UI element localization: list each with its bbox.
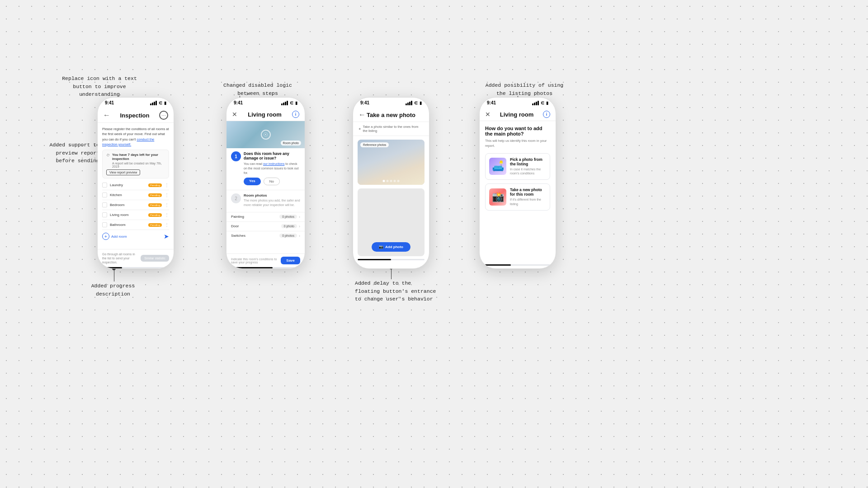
top-bar-2: ✕ Living room i [226,107,305,121]
room-menu-livingroom[interactable]: ⋮ [165,212,169,217]
status-icons-4: ∈ ▮ [532,101,548,105]
room-item-laundry: Laundry Pending ⋮ [102,180,169,190]
switches-row[interactable]: Switches 0 photos › [226,231,305,240]
annotation-2: Added support to preview report before s… [27,141,99,165]
room-checkbox-bathroom[interactable] [102,222,107,227]
phone-inspection: 9:41 ∈ ▮ ← Inspection ⋯ Please register … [97,97,174,269]
status-icons-1: ∈ ▮ [150,101,166,105]
room-status-kitchen: Pending [148,193,162,197]
close-button-4[interactable]: ✕ [485,111,491,118]
photo-capture-area: 📷 Add photo [358,188,425,256]
info-button-2[interactable]: i [292,111,299,118]
inspection-notice: ⏱ You have 7 days left for your inspecti… [102,150,169,178]
location-icon: ● [359,127,361,131]
progress-bar-4 [484,264,551,266]
close-button-2[interactable]: ✕ [232,111,237,118]
phone2-footer: Indicate this room's conditions to save … [226,253,305,268]
painting-row[interactable]: Painting 0 photos › [226,212,305,221]
status-bar-4: 9:41 ∈ ▮ [480,98,556,107]
instructions-link[interactable]: our instructions [263,162,284,165]
annotation3-vline [114,269,114,282]
battery-icon-3: ▮ [420,101,422,105]
page-title-1: Inspection [120,112,149,119]
phone1-body: Please register the conditions of all ro… [98,123,174,243]
option-2-text: Take a new photo for this room If it's d… [510,188,546,206]
send-button-1[interactable]: Similar statistic [141,255,169,262]
back-button-3[interactable]: ← [359,111,366,119]
footer-2: Indicate this room's conditions to save … [226,253,305,267]
room-status-laundry: Pending [148,183,162,187]
switches-chevron: › [299,234,300,238]
page-title-3: Take a new photo [367,112,415,118]
phone4-body: How do you want to add the main photo? T… [480,121,556,219]
photo-dots [383,180,400,182]
save-button-2[interactable]: Save [281,257,300,264]
phone-take-photo: 9:41 ∈ ▮ ← Take a new photo ● Take a pho… [353,97,429,269]
room-name-bathroom: Bathroom [110,223,146,227]
view-preview-button[interactable]: View report preview [106,169,140,175]
room-checkbox-laundry[interactable] [102,183,107,188]
yes-no-row: Yes No [244,178,300,185]
camera-overlay-2: ☉ [261,130,271,140]
phone-pick-photo: 9:41 ∈ ▮ ✕ Living room i How do you want… [479,97,556,269]
camera-icon-3: 📷 [379,245,383,249]
option-2-card[interactable]: 📸 Take a new photo for this room If it's… [485,183,550,211]
page-wrapper: Replace icon with a text button to impro… [0,0,868,488]
add-photo-button[interactable]: 📷 Add photo [372,242,410,252]
dot-3 [390,180,392,182]
clock-icon: ⏱ [106,153,110,157]
door-row[interactable]: Door 0 photo › [226,221,305,231]
progress-bar-2 [231,267,300,268]
room-item-kitchen: Kitchen Pending ⋮ [102,190,169,200]
info-button-4[interactable]: i [543,111,550,118]
status-time-1: 9:41 [105,100,114,105]
menu-button-1[interactable]: ⋯ [159,111,168,120]
room-photo-label: Room photo [281,141,301,145]
person-camera-icon: 📸 [489,188,506,206]
dot-4 [394,180,396,182]
status-bar-1: 9:41 ∈ ▮ [98,98,174,107]
painting-label: Painting [231,215,244,219]
room-menu-kitchen[interactable]: ⋮ [165,192,169,197]
page-title-2: Living room [248,111,281,118]
wifi-icon-4: ∈ [541,101,544,105]
option-2-title: Take a new photo for this room [510,188,546,197]
option-1-card[interactable]: 🛋️ Pick a photo from the listing In case… [485,153,550,180]
battery-icon-1: ▮ [164,101,166,105]
notice-title: You have 7 days left for your inspection [112,153,165,161]
option-2-desc: If it's different from the listing [510,197,546,206]
room-checkbox-livingroom[interactable] [102,212,107,217]
progress-bar-3 [358,259,425,260]
add-room-icon: + [102,233,109,240]
chair-icon: 🛋️ [489,158,506,175]
progress-bar-1 [102,267,169,268]
step-1-indicator: 1 [231,151,241,161]
main-photo-subtitle: This will help us identify this room in … [485,138,550,149]
top-bar-4: ✕ Living room i [480,107,556,121]
no-button[interactable]: No [264,178,280,185]
back-button-1[interactable]: ← [103,111,110,119]
bottom-bar-1: Go through all rooms in the list to send… [98,249,174,267]
page-title-4: Living room [500,111,533,118]
room-menu-bathroom[interactable]: ⋮ [165,222,169,227]
annotation-5: Added posibility of using the listing ph… [475,81,574,97]
body-text-1: Please register the conditions of all ro… [102,127,169,147]
room-checkbox-bedroom[interactable] [102,202,107,207]
battery-icon-4: ▮ [546,101,548,105]
photos-label: Room photos [244,193,300,197]
room-status-bedroom: Pending [148,203,162,207]
top-bar-1: ← Inspection ⋯ [98,107,174,123]
dot-2 [387,180,389,182]
switches-label: Switches [231,234,245,238]
location-text: Take a photo similar to the ones from th… [363,125,424,133]
notice-sub: A report will be created on May 7th, 201… [112,162,165,168]
room-menu-bedroom[interactable]: ⋮ [165,202,169,207]
hero-image-2: ☉ Room photo [226,121,305,148]
room-menu-laundry[interactable]: ⋮ [165,183,169,188]
add-room-row[interactable]: + Add room ➤ [102,230,169,243]
wifi-icon-1: ∈ [159,101,162,105]
progress-fill-2 [231,267,273,268]
option-1-text: Pick a photo from the listing In case it… [510,157,546,176]
yes-button[interactable]: Yes [244,178,261,185]
room-checkbox-kitchen[interactable] [102,192,107,197]
